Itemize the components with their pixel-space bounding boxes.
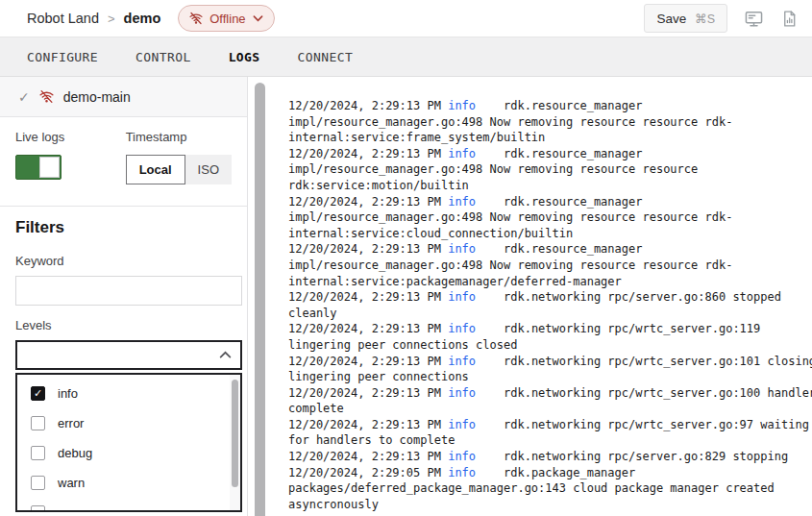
log-list: 12/20/2024, 2:29:13 PM info rdk.resource… <box>266 77 812 512</box>
log-level: info <box>448 386 476 400</box>
log-timestamp: 12/20/2024, 2:29:13 PM <box>288 290 448 304</box>
log-timestamp: 12/20/2024, 2:29:13 PM <box>288 99 448 112</box>
chevron-down-icon <box>253 14 263 22</box>
log-level: info <box>448 147 476 160</box>
log-level: info <box>448 355 476 368</box>
breadcrumb-machine[interactable]: demo <box>124 11 161 26</box>
log-level: info <box>448 290 476 304</box>
log-timestamp: 12/20/2024, 2:29:13 PM <box>288 242 448 256</box>
level-option-label: error <box>58 416 84 430</box>
log-level: info <box>448 322 476 335</box>
log-timestamp: 12/20/2024, 2:29:13 PM <box>288 386 448 400</box>
save-shortcut: ⌘S <box>695 12 715 26</box>
level-option-debug[interactable]: debug <box>17 438 240 468</box>
level-option-info[interactable]: ✓info <box>17 379 240 408</box>
log-entry: 12/20/2024, 2:29:05 PM info rdk.package_… <box>288 465 812 513</box>
checkbox-unchecked-icon[interactable] <box>31 416 45 430</box>
log-entry: 12/20/2024, 2:29:13 PM info rdk.networki… <box>288 417 812 449</box>
level-option-warn[interactable]: warn <box>17 468 240 498</box>
level-option-partial[interactable] <box>17 498 240 512</box>
breadcrumb-separator: > <box>108 12 115 26</box>
toggle-knob <box>39 157 60 178</box>
breadcrumb-org[interactable]: Robot Land <box>27 11 99 26</box>
status-label: Offline <box>209 12 245 26</box>
log-entry: 12/20/2024, 2:29:13 PM info rdk.networki… <box>288 449 812 465</box>
log-timestamp: 12/20/2024, 2:29:13 PM <box>288 418 448 431</box>
log-panel: 12/20/2024, 2:29:13 PM info rdk.resource… <box>266 77 812 516</box>
tab-control[interactable]: CONTROL <box>135 50 191 64</box>
log-controls: Live logs Timestamp Local ISO <box>0 117 247 207</box>
log-timestamp: 12/20/2024, 2:29:13 PM <box>288 355 448 368</box>
keyword-label: Keyword <box>15 254 242 268</box>
log-timestamp: 12/20/2024, 2:29:13 PM <box>288 450 448 463</box>
log-entry: 12/20/2024, 2:29:13 PM info rdk.networki… <box>288 385 812 417</box>
checkbox-unchecked-icon[interactable] <box>31 505 45 512</box>
wifi-off-icon <box>189 12 203 25</box>
level-option-label: warn <box>58 476 85 490</box>
log-message: rdk.networking rpc/server.go:829 stoppin… <box>476 450 788 463</box>
main-scrollbar-thumb[interactable] <box>255 83 265 516</box>
save-label: Save <box>656 12 686 26</box>
wifi-off-icon <box>39 89 54 104</box>
log-entry: 12/20/2024, 2:29:13 PM info rdk.resource… <box>288 194 812 242</box>
log-entry: 12/20/2024, 2:29:13 PM info rdk.resource… <box>288 98 812 146</box>
header-actions: Save ⌘S <box>644 4 799 33</box>
tab-configure[interactable]: CONFIGURE <box>27 50 98 64</box>
status-badge[interactable]: Offline <box>178 5 274 32</box>
machine-part-name: demo-main <box>63 89 131 105</box>
dropdown-scrollbar[interactable] <box>230 375 240 510</box>
checkbox-unchecked-icon[interactable] <box>31 476 45 490</box>
log-timestamp: 12/20/2024, 2:29:13 PM <box>288 147 448 160</box>
timestamp-option-iso[interactable]: ISO <box>185 155 232 184</box>
levels-label: Levels <box>15 318 242 332</box>
live-logs-toggle[interactable] <box>15 155 62 180</box>
dropdown-scrollbar-thumb[interactable] <box>232 380 238 487</box>
levels-select[interactable] <box>15 340 242 370</box>
checkbox-checked-icon[interactable]: ✓ <box>31 386 45 401</box>
timestamp-label: Timestamp <box>126 130 232 144</box>
log-level: info <box>448 195 476 209</box>
log-timestamp: 12/20/2024, 2:29:05 PM <box>288 466 448 479</box>
log-level: info <box>448 418 476 431</box>
filters-title: Filters <box>15 218 242 237</box>
document-chart-icon[interactable] <box>780 9 799 29</box>
log-timestamp: 12/20/2024, 2:29:13 PM <box>288 195 448 209</box>
log-timestamp: 12/20/2024, 2:29:13 PM <box>288 322 448 335</box>
level-option-error[interactable]: error <box>17 408 240 438</box>
log-entry: 12/20/2024, 2:29:13 PM info rdk.resource… <box>288 146 812 194</box>
levels-listbox: ✓infoerrordebugwarn <box>15 373 242 512</box>
filters-section: Filters Keyword Levels ✓infoerrordebugwa… <box>0 207 247 512</box>
log-entry: 12/20/2024, 2:29:13 PM info rdk.networki… <box>288 289 812 321</box>
tab-connect[interactable]: CONNECT <box>298 50 354 64</box>
monitor-icon[interactable] <box>744 9 764 29</box>
log-entry: 12/20/2024, 2:29:13 PM info rdk.networki… <box>288 321 812 353</box>
level-option-label: info <box>58 386 78 401</box>
log-level: info <box>448 99 476 112</box>
check-icon: ✓ <box>18 89 30 105</box>
timestamp-segmented-control: Local ISO <box>126 155 232 184</box>
save-button[interactable]: Save ⌘S <box>644 4 727 33</box>
log-level: info <box>448 450 476 463</box>
log-entry: 12/20/2024, 2:29:13 PM info rdk.networki… <box>288 354 812 385</box>
keyword-input[interactable] <box>15 276 242 306</box>
chevron-up-icon <box>219 351 232 359</box>
header: Robot Land > demo Offline <box>0 0 812 37</box>
timestamp-option-local[interactable]: Local <box>126 155 185 184</box>
machine-part-row[interactable]: ✓ demo-main <box>0 77 247 117</box>
log-level: info <box>448 242 476 256</box>
main-scrollbar[interactable] <box>254 77 265 516</box>
sidebar: ✓ demo-main Live logs Timestam <box>0 77 248 516</box>
app-window: Robot Land > demo Offline <box>0 0 812 516</box>
tab-logs[interactable]: LOGS <box>229 50 260 64</box>
tab-bar: CONFIGURE CONTROL LOGS CONNECT <box>0 37 812 77</box>
log-level: info <box>448 466 476 479</box>
log-entry: 12/20/2024, 2:29:13 PM info rdk.resource… <box>288 241 812 289</box>
breadcrumb: Robot Land > demo <box>27 11 160 26</box>
level-option-label: debug <box>58 446 92 460</box>
checkbox-unchecked-icon[interactable] <box>31 446 45 460</box>
live-logs-label: Live logs <box>15 130 126 144</box>
